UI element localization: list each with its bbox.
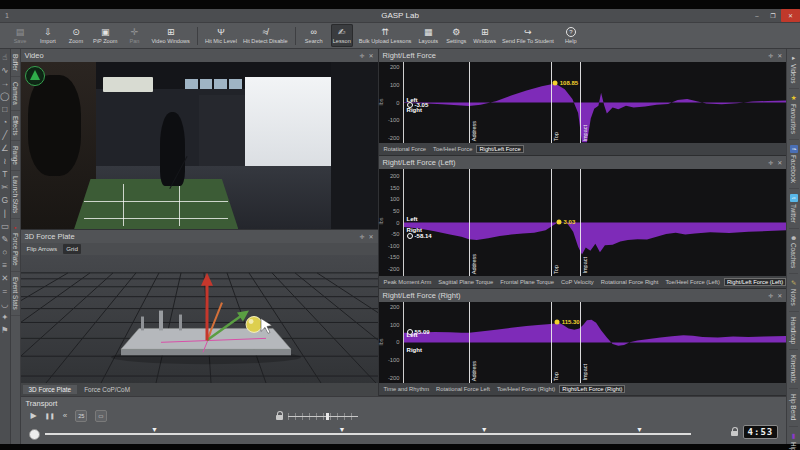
timer-tool-icon[interactable]: ◔ [2, 116, 7, 129]
pip-zoom-button[interactable]: ▣PiP Zoom [93, 24, 117, 47]
import-button[interactable]: ⇩Import [37, 24, 59, 47]
dock-tab-launch-stats[interactable]: Launch Stats [11, 171, 20, 219]
playhead-knob[interactable] [29, 429, 40, 440]
chart-plot[interactable]: AddressTopImpactLeftRight-58.143.03 [403, 169, 787, 276]
dock-tab-force-plate[interactable]: ▪Force Plate [11, 219, 20, 272]
flip-arrows-button[interactable]: Flip Arrows [24, 244, 61, 254]
lines-tool-icon[interactable]: ≡ [2, 259, 7, 272]
dock-tab-hip-bend[interactable]: Hip Bend [789, 389, 798, 426]
timeline-marker[interactable]: ▼ [339, 426, 346, 433]
pan-button[interactable]: ✛Pan [123, 24, 145, 47]
circle-tool-icon[interactable]: ◯ [0, 90, 10, 103]
tab-toe-heel-force-left[interactable]: Toe/Heel Force (Left) [662, 278, 722, 286]
rewind-button[interactable]: « [63, 411, 67, 421]
ellipse-tool-icon[interactable]: ○ [2, 246, 7, 259]
spiral-tool-icon[interactable]: ≀ [3, 155, 6, 168]
tab-force-cop-com[interactable]: Force CoP/CoM [78, 385, 136, 394]
force-plate-3d-viewport[interactable] [21, 255, 378, 383]
tab-rotational-force-left[interactable]: Rotational Force Left [433, 385, 493, 393]
zoom-button[interactable]: ⊙Zoom [65, 24, 87, 47]
close-icon[interactable]: ✕ [369, 233, 374, 240]
freehand-tool-icon[interactable]: ∿ [1, 64, 8, 77]
play-button[interactable]: ▶ [31, 411, 37, 421]
grid-button[interactable]: Grid [63, 244, 81, 254]
parallel-tool-icon[interactable]: = [2, 285, 7, 298]
arrow-tool-icon[interactable]: → [1, 77, 10, 90]
dock-tab-event-stats[interactable]: Event Stats [11, 272, 20, 316]
video-frame[interactable] [21, 62, 378, 229]
timeline-track[interactable]: ▼▼▼▼ [45, 427, 692, 441]
dock-tab-favourites[interactable]: ★Favourites [789, 89, 799, 140]
bulk-upload-lessons-button[interactable]: ⇈Bulk Upload Lessons [359, 24, 412, 47]
angle-tool-icon[interactable]: ∠ [1, 142, 9, 155]
close-icon[interactable]: ✕ [777, 52, 782, 59]
tab-right-left-force[interactable]: Right/Left Force [476, 145, 523, 153]
tab-3d-force-plate[interactable]: 3D Force Plate [23, 385, 78, 394]
timeline-marker[interactable]: ▼ [636, 426, 643, 433]
lesson-button[interactable]: ✍Lesson [331, 24, 353, 47]
speed-button[interactable]: 25 [75, 410, 87, 422]
dock-tab-hip-angles[interactable]: ▮Hip Angles [789, 427, 799, 450]
dock-tab-coaches[interactable]: ☻Coaches [789, 229, 798, 274]
tab-frontal-plane-torque[interactable]: Frontal Plane Torque [497, 278, 557, 286]
lock-icon[interactable] [276, 415, 283, 420]
maximize-button[interactable]: ❐ [765, 9, 781, 22]
pin-icon[interactable]: ✛ [768, 292, 773, 299]
pin-icon[interactable]: ✛ [359, 233, 364, 240]
timeline-marker[interactable]: ▼ [151, 426, 158, 433]
tab-time-and-rhythm[interactable]: Time and Rhythm [381, 385, 433, 393]
dock-tab-handicap[interactable]: Handicap [789, 312, 798, 350]
line-tool-icon[interactable]: ╱ [2, 129, 7, 142]
dock-tab-facebook[interactable]: fFacebook [789, 140, 799, 189]
windows-button[interactable]: ⊞Windows [473, 24, 496, 47]
hit-mic-level-button[interactable]: ΨHit Mic Level [205, 24, 237, 47]
layouts-button[interactable]: ▦Layouts [417, 24, 439, 47]
hit-detect-disable-button[interactable]: ≉Hit Detect Disable [243, 24, 288, 47]
tab-toe-heel-force[interactable]: Toe/Heel Force [430, 145, 475, 153]
pin-icon[interactable]: ✛ [768, 159, 773, 166]
pin-icon[interactable]: ✛ [359, 52, 364, 59]
save-button[interactable]: ▤Save [9, 24, 31, 47]
send-file-to-student-button[interactable]: ↪Send File To Student [502, 24, 554, 47]
time-lock-icon[interactable] [731, 431, 738, 436]
tab-toe-heel-force-right[interactable]: Toe/Heel Force (Right) [494, 385, 558, 393]
close-icon[interactable]: ✕ [777, 159, 782, 166]
cross-tool-icon[interactable]: ✕ [1, 272, 8, 285]
vline-tool-icon[interactable]: ❘ [1, 207, 8, 220]
chart-plot[interactable]: AddressTopImpactLeft-3.05Right108.85 [403, 62, 787, 143]
tab-rotational-force[interactable]: Rotational Force [381, 145, 430, 153]
curve-tool-icon[interactable]: G [1, 194, 8, 207]
pointer-tool-icon[interactable]: ☝ [2, 51, 7, 64]
dock-tab-kinematic[interactable]: Kinematic [789, 350, 798, 389]
dock-tab-twitter[interactable]: tTwitter [789, 189, 799, 229]
pin-icon[interactable]: ✛ [768, 52, 773, 59]
cut-tool-icon[interactable]: ✂ [1, 181, 8, 194]
settings-button[interactable]: ⚙Settings [445, 24, 467, 47]
tab-sagittal-plane-torque[interactable]: Sagittal Plane Torque [435, 278, 496, 286]
star-tool-icon[interactable]: ✦ [1, 311, 8, 324]
tab-right-left-force-right[interactable]: Right/Left Force (Right) [559, 385, 625, 393]
tab-cop-velocity[interactable]: CoP Velocity [558, 278, 597, 286]
rect-tool-icon[interactable]: □ [2, 103, 7, 116]
dock-tab-videos[interactable]: ▸Videos [789, 49, 799, 89]
help-button[interactable]: ?Help [560, 24, 582, 47]
close-icon[interactable]: ✕ [369, 52, 374, 59]
tab-rotational-force-right[interactable]: Rotational Force Right [598, 278, 662, 286]
timeline[interactable]: ▼▼▼▼ [29, 427, 692, 441]
flag-tool-icon[interactable]: ⚑ [1, 324, 9, 337]
box-tool-icon[interactable]: ▭ [1, 220, 9, 233]
arc-tool-icon[interactable]: ◡ [1, 298, 8, 311]
video-windows-button[interactable]: ⊞Video Windows [151, 24, 189, 47]
pen-tool-icon[interactable]: ✎ [1, 233, 8, 246]
search-button[interactable]: ∞Search [303, 24, 325, 47]
text-tool-icon[interactable]: T [2, 168, 7, 181]
zoom-slider[interactable] [288, 413, 358, 420]
pause-button[interactable]: ❚❚ [45, 411, 55, 421]
dock-tab-buffer[interactable]: Buffer [11, 49, 20, 77]
tab-peak-moment-arm[interactable]: Peak Moment Arm [381, 278, 435, 286]
minimize-button[interactable]: – [749, 9, 765, 22]
close-icon[interactable]: ✕ [777, 292, 782, 299]
close-window-button[interactable]: ✕ [781, 9, 800, 22]
zoom-slider-thumb[interactable] [326, 413, 329, 420]
dock-tab-camera[interactable]: Camera [11, 77, 20, 111]
